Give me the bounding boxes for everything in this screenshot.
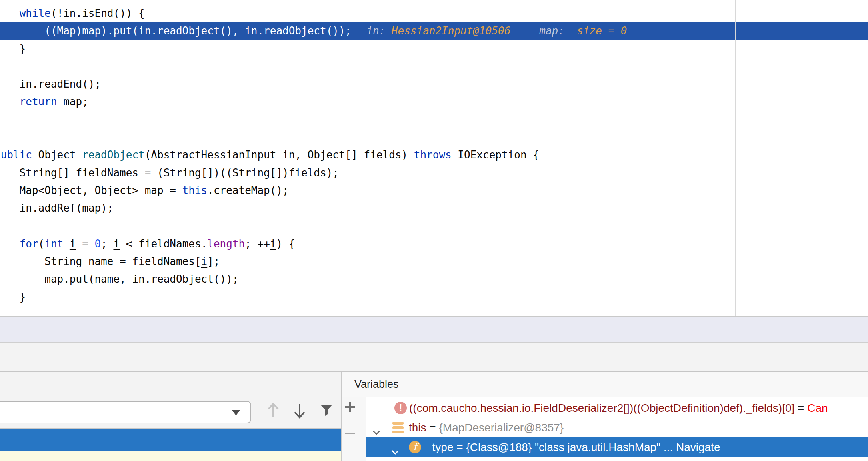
code-token: IOException {: [452, 149, 539, 161]
code-token: i: [270, 238, 276, 250]
code-token: i: [113, 238, 120, 250]
code-line[interactable]: in.addRef(map);: [0, 199, 868, 217]
code-token: i: [201, 255, 208, 267]
code-line[interactable]: for(int i = 0; i < fieldNames.length; ++…: [0, 235, 868, 253]
variable-text: this = {MapDeserializer@8357}: [409, 418, 564, 437]
code-token: readObject: [82, 149, 145, 161]
frames-panel-header: [0, 372, 342, 397]
code-token: this: [182, 184, 208, 196]
inline-hint-value: Hessian2Input@10506: [385, 25, 510, 37]
code-editor[interactable]: while(!in.isEnd()) { ((Map)map).put(in.r…: [0, 0, 868, 316]
up-arrow-icon[interactable]: [266, 402, 281, 419]
watch-buttons-strip: [342, 397, 366, 461]
error-badge-icon: !: [394, 402, 407, 414]
code-token: Object: [32, 149, 82, 161]
chevron-down-icon[interactable]: [372, 425, 381, 438]
code-token: Map<Object, Object> map =: [0, 184, 182, 196]
variable-row[interactable]: !((com.caucho.hessian.io.FieldDeserializ…: [366, 398, 868, 418]
code-token: return: [20, 96, 57, 108]
code-token: while: [20, 7, 51, 19]
code-line[interactable]: return map;: [0, 93, 868, 110]
code-token: int: [44, 238, 63, 250]
code-token: [0, 238, 20, 250]
code-token: ) {: [276, 238, 295, 250]
code-token: in.readEnd();: [0, 78, 101, 90]
code-token: ((Map)map).put(in.readObject(), in.readO…: [0, 25, 351, 37]
code-token: [63, 238, 70, 250]
code-line[interactable]: String[] fieldNames = (String[])((String…: [0, 164, 868, 182]
inline-hint-label: in:: [366, 25, 385, 37]
frames-panel: [0, 397, 341, 461]
code-lines: while(!in.isEnd()) { ((Map)map).put(in.r…: [0, 4, 868, 306]
down-arrow-icon[interactable]: [292, 402, 307, 419]
debugger-toolbar: [0, 343, 868, 372]
variable-row[interactable]: f_type = {Class@188} "class java.util.Ha…: [366, 437, 868, 457]
code-token: ; ++: [245, 238, 270, 250]
code-line[interactable]: Map<Object, Object> map = this.createMap…: [0, 182, 868, 199]
chevron-down-icon[interactable]: [391, 445, 400, 458]
code-token: ];: [207, 255, 220, 267]
code-line[interactable]: [0, 217, 868, 235]
code-line[interactable]: [0, 58, 868, 75]
indent-guide: [18, 243, 18, 298]
code-token: [0, 96, 20, 108]
code-token: 0: [95, 238, 101, 250]
code-line[interactable]: }: [0, 111, 868, 128]
code-line[interactable]: public Object readObject(AbstractHessian…: [0, 146, 868, 164]
code-token: (!in.isEnd()) {: [51, 7, 145, 19]
variables-panel-header: Variables: [342, 372, 868, 397]
filter-funnel-icon[interactable]: [319, 403, 334, 417]
code-token: i: [70, 238, 76, 250]
right-margin-guide: [735, 0, 736, 316]
code-token: }: [0, 43, 26, 55]
code-token: length: [207, 238, 245, 250]
code-token: String[] fieldNames = (String[])((String…: [0, 167, 339, 179]
inline-hint-label: map:: [539, 25, 564, 37]
code-token: }: [0, 114, 1, 126]
code-token: map.put(name, in.readObject());: [0, 273, 238, 285]
code-token: .createMap();: [207, 184, 289, 196]
frames-list: [0, 428, 341, 461]
add-watch-button[interactable]: [344, 401, 356, 413]
variable-row[interactable]: this = {MapDeserializer@8357}: [366, 418, 868, 437]
code-token: (: [38, 238, 45, 250]
panel-divider[interactable]: [341, 372, 342, 461]
variables-tree: !((com.caucho.hessian.io.FieldDeserializ…: [366, 397, 868, 461]
dropdown-caret-icon[interactable]: [232, 410, 240, 415]
code-token: < fieldNames.: [120, 238, 207, 250]
ide-debug-screen: while(!in.isEnd()) { ((Map)map).put(in.r…: [0, 0, 868, 461]
code-token: public: [0, 149, 32, 161]
field-f-icon: f: [409, 441, 421, 453]
indent-guide: [18, 22, 18, 40]
code-token: String name = fieldNames[: [0, 255, 201, 267]
code-line[interactable]: String name = fieldNames[i];: [0, 253, 868, 270]
variable-text: _type = {Class@188} "class java.util.Has…: [426, 437, 720, 457]
variables-title: Variables: [354, 372, 399, 397]
thread-selector-combobox[interactable]: [0, 401, 251, 423]
code-token: [0, 7, 20, 19]
code-line[interactable]: }: [0, 40, 868, 58]
code-token: map;: [57, 96, 88, 108]
code-line[interactable]: }: [0, 288, 868, 306]
watch-expression-text: ((com.caucho.hessian.io.FieldDeserialize…: [409, 398, 828, 418]
code-token: ;: [101, 238, 113, 250]
code-token: =: [76, 238, 95, 250]
code-token: in.addRef(map);: [0, 202, 113, 214]
code-token: (AbstractHessianInput in, Object[] field…: [145, 149, 414, 161]
execution-line[interactable]: ((Map)map).put(in.readObject(), in.readO…: [0, 22, 868, 40]
code-line[interactable]: [0, 128, 868, 146]
code-token: throws: [414, 149, 452, 161]
code-token: }: [0, 291, 26, 303]
remove-watch-button[interactable]: [344, 427, 356, 439]
frame-row-selected[interactable]: [0, 429, 341, 451]
editor-scrollbar-band[interactable]: [0, 316, 868, 343]
code-line[interactable]: in.readEnd();: [0, 75, 868, 93]
inline-hint-value: size = 0: [564, 25, 627, 37]
code-line[interactable]: map.put(name, in.readObject());: [0, 270, 868, 288]
frame-row-library[interactable]: [0, 451, 341, 461]
code-line[interactable]: while(!in.isEnd()) {: [0, 4, 868, 22]
object-bars-icon: [392, 422, 404, 433]
code-token: for: [20, 238, 38, 250]
